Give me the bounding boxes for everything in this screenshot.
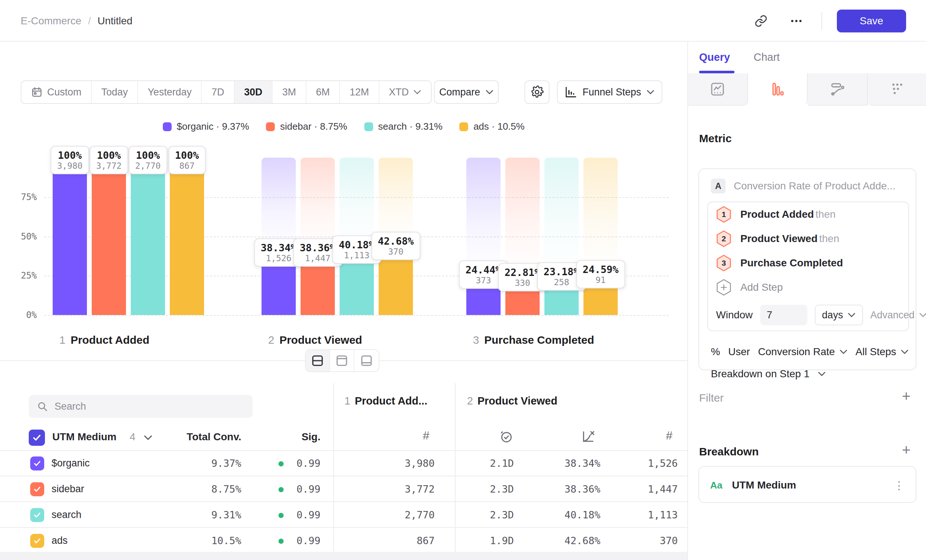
more-options-icon[interactable] — [786, 11, 806, 31]
funnel-bar-organic-step3[interactable] — [466, 158, 501, 315]
query-step-1[interactable]: 1Product Added then — [708, 202, 908, 227]
query-step-name: Purchase Completed — [740, 257, 843, 269]
row-checkbox[interactable] — [30, 508, 44, 522]
layout-toggle — [305, 349, 380, 372]
measurement-row: % User Conversion Rate All Steps — [711, 346, 909, 358]
add-breakdown-button[interactable]: + — [902, 442, 911, 457]
panel-tabs: Query Chart — [688, 42, 926, 73]
table-step1-header[interactable]: 1 Product Add... — [344, 395, 427, 407]
y-axis-tick: 50% — [11, 232, 37, 242]
y-axis-tick: 75% — [11, 192, 37, 202]
funnel-bar-search-step3[interactable] — [545, 158, 579, 315]
bar-count: 370 — [378, 247, 414, 256]
bar-count: 373 — [466, 275, 502, 285]
add-step-label: Add Step — [740, 282, 783, 293]
row-checkbox[interactable] — [30, 534, 44, 548]
tab-flows[interactable] — [808, 73, 868, 106]
bar-conversion-pct: 100% — [57, 150, 83, 161]
table-step2-header[interactable]: 2 Product Viewed — [467, 395, 557, 407]
kebab-menu-icon[interactable]: ⋮ — [894, 479, 905, 492]
metric-type-selector[interactable]: Conversion Rate — [758, 346, 847, 358]
table-row-search[interactable]: search9.31%0.992,7702.3D40.18%1,113 — [0, 502, 687, 528]
funnel-bar-ads-step3[interactable] — [583, 158, 618, 315]
bar-value-label: 100%3,772 — [89, 146, 128, 174]
conversion-rate-icon[interactable] — [581, 430, 595, 443]
row-total-conv: 9.37% — [168, 457, 241, 469]
breakdown-on-step-selector[interactable]: Breakdown on Step 1 — [711, 368, 826, 380]
sig-header[interactable]: Sig. — [269, 431, 321, 443]
bar-count: 91 — [583, 275, 619, 285]
table-subheader: UTM Medium 4 Total Conv. Sig. # # — [0, 428, 687, 450]
bar-count: 1,447 — [300, 253, 336, 263]
row-checkbox[interactable] — [30, 482, 44, 496]
funnel-bar-search-step1[interactable] — [131, 158, 165, 315]
metric-header[interactable]: A Conversion Rate of Product Adde... — [711, 179, 896, 194]
entity-selector[interactable]: User — [728, 346, 750, 358]
row-total-conv: 9.31% — [168, 509, 241, 521]
window-unit-selector[interactable]: days — [815, 305, 863, 325]
layout-table-only-button[interactable] — [354, 350, 379, 371]
funnel-bars-icon — [770, 82, 785, 97]
step-badge: 1 — [716, 206, 732, 223]
chevron-down-icon[interactable] — [144, 435, 153, 440]
steps-scope-selector[interactable]: All Steps — [856, 346, 909, 358]
add-step-button[interactable]: Add Step — [708, 275, 908, 300]
tab-query[interactable]: Query — [699, 42, 730, 73]
funnel-bar-sidebar-step1[interactable] — [92, 158, 126, 315]
bar-conversion-pct: 100% — [96, 150, 121, 161]
chevron-down-icon — [919, 312, 926, 318]
topbar-divider — [822, 12, 822, 30]
tab-retention[interactable] — [868, 73, 926, 106]
top-actions: Save — [750, 0, 906, 42]
breakdown-property-card[interactable]: Aa UTM Medium ⋮ — [698, 466, 917, 503]
step-name: Product Added — [71, 334, 150, 346]
layout-chart-only-button[interactable] — [330, 350, 354, 371]
funnel-steps-card: 1Product Added then2Product Viewed then3… — [707, 201, 909, 331]
report-type-tabs — [688, 73, 926, 106]
funnel-bar-organic-step2[interactable] — [262, 158, 296, 315]
tab-chart[interactable]: Chart — [754, 42, 780, 73]
funnel-bar-converted — [53, 158, 87, 315]
tab-insights[interactable] — [688, 73, 748, 106]
count-icon[interactable]: # — [423, 429, 430, 442]
advanced-toggle[interactable]: Advanced — [870, 309, 926, 321]
check-icon — [32, 433, 42, 442]
time-to-convert-icon[interactable] — [499, 430, 513, 443]
funnel-bar-organic-step1[interactable] — [53, 158, 87, 315]
percent-symbol: % — [711, 346, 720, 358]
count-icon[interactable]: # — [666, 429, 673, 442]
query-step-3[interactable]: 3Purchase Completed — [708, 251, 908, 275]
query-step-2[interactable]: 2Product Viewed then — [708, 227, 908, 251]
step-name: Product Add... — [355, 395, 427, 407]
funnel-bar-ads-step1[interactable] — [170, 158, 204, 315]
table-scrollbar-track[interactable] — [0, 552, 687, 560]
check-icon — [33, 511, 41, 519]
add-filter-button[interactable]: + — [902, 389, 911, 403]
window-value-input[interactable] — [760, 305, 807, 325]
funnel-bar-sidebar-step2[interactable] — [301, 158, 335, 315]
save-button[interactable]: Save — [837, 9, 906, 32]
bar-count: 1,113 — [339, 251, 375, 260]
select-all-checkbox[interactable] — [29, 430, 45, 446]
layout-split-button[interactable] — [306, 350, 330, 371]
table-row-sidebar[interactable]: sidebar8.75%0.993,7722.3D38.36%1,447 — [0, 476, 687, 502]
chart-step-label-2: 2Product Viewed — [268, 334, 362, 346]
search-input[interactable] — [54, 401, 232, 412]
group-by-label[interactable]: UTM Medium — [52, 431, 117, 443]
row-step2-count: 1,526 — [604, 457, 678, 469]
active-tab-underline — [699, 71, 734, 73]
bar-value-label: 100%867 — [168, 146, 206, 174]
copy-link-icon[interactable] — [750, 11, 771, 31]
bar-count: 2,770 — [135, 161, 160, 171]
row-step2-time: 2.3D — [440, 483, 514, 495]
total-conv-header[interactable]: Total Conv. — [153, 431, 241, 443]
step-name: Product Viewed — [477, 395, 557, 407]
chevron-down-icon — [847, 312, 856, 318]
row-total-conv: 10.5% — [168, 535, 241, 546]
table-row-organic[interactable]: $organic9.37%0.993,9802.1D38.34%1,526 — [0, 450, 687, 476]
step-number: 1 — [59, 334, 65, 346]
tab-funnels[interactable] — [748, 73, 808, 106]
row-step2-time: 2.1D — [440, 457, 514, 469]
table-row-ads[interactable]: ads10.5%0.998671.9D42.68%370 — [0, 528, 687, 553]
row-checkbox[interactable] — [30, 457, 44, 471]
